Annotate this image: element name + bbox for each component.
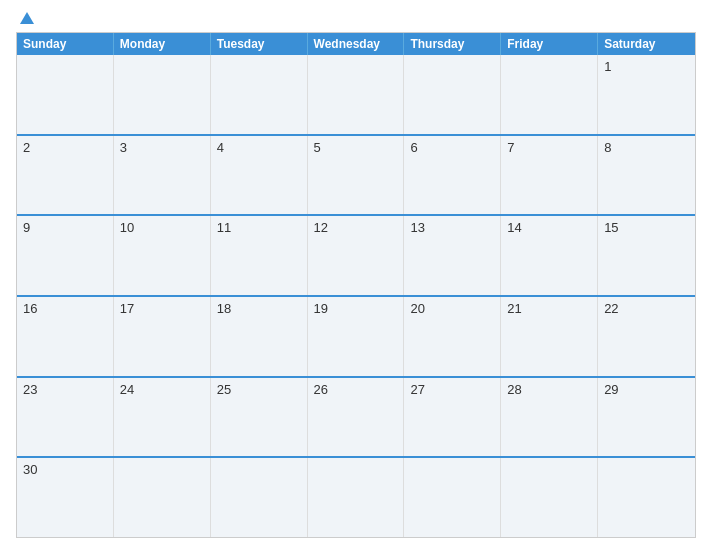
day-number: 13: [410, 220, 424, 235]
day-number: 17: [120, 301, 134, 316]
calendar-cell: 21: [501, 297, 598, 376]
day-number: 29: [604, 382, 618, 397]
header-day-sunday: Sunday: [17, 33, 114, 55]
day-number: 14: [507, 220, 521, 235]
day-number: 27: [410, 382, 424, 397]
calendar-cell: 3: [114, 136, 211, 215]
calendar-cell: [211, 458, 308, 537]
calendar-week-3: 9101112131415: [17, 214, 695, 295]
calendar-cell: 26: [308, 378, 405, 457]
day-number: 12: [314, 220, 328, 235]
day-number: 24: [120, 382, 134, 397]
calendar-cell: 2: [17, 136, 114, 215]
day-number: 20: [410, 301, 424, 316]
calendar-cell: 28: [501, 378, 598, 457]
calendar-cell: 5: [308, 136, 405, 215]
calendar-cell: [308, 55, 405, 134]
calendar-cell: [501, 55, 598, 134]
header-day-monday: Monday: [114, 33, 211, 55]
day-number: 9: [23, 220, 30, 235]
day-number: 23: [23, 382, 37, 397]
day-number: 2: [23, 140, 30, 155]
calendar-cell: 22: [598, 297, 695, 376]
day-number: 11: [217, 220, 231, 235]
calendar-cell: 15: [598, 216, 695, 295]
calendar-cell: 11: [211, 216, 308, 295]
day-number: 6: [410, 140, 417, 155]
calendar-cell: 14: [501, 216, 598, 295]
header-day-wednesday: Wednesday: [308, 33, 405, 55]
header-day-saturday: Saturday: [598, 33, 695, 55]
calendar-body: 1234567891011121314151617181920212223242…: [17, 55, 695, 537]
calendar-cell: 29: [598, 378, 695, 457]
logo: [16, 12, 34, 24]
day-number: 3: [120, 140, 127, 155]
calendar-cell: [114, 458, 211, 537]
day-number: 1: [604, 59, 611, 74]
calendar-cell: 13: [404, 216, 501, 295]
calendar-cell: 27: [404, 378, 501, 457]
calendar-cell: [114, 55, 211, 134]
calendar-week-4: 16171819202122: [17, 295, 695, 376]
day-number: 26: [314, 382, 328, 397]
calendar-cell: [598, 458, 695, 537]
day-number: 25: [217, 382, 231, 397]
calendar-cell: 8: [598, 136, 695, 215]
calendar-cell: 6: [404, 136, 501, 215]
logo-blue-text: [16, 12, 34, 24]
day-number: 22: [604, 301, 618, 316]
calendar-week-5: 23242526272829: [17, 376, 695, 457]
day-number: 21: [507, 301, 521, 316]
logo-triangle-icon: [20, 12, 34, 24]
calendar-cell: 7: [501, 136, 598, 215]
day-number: 5: [314, 140, 321, 155]
calendar-cell: 9: [17, 216, 114, 295]
calendar-cell: [17, 55, 114, 134]
page-header: [16, 12, 696, 24]
day-number: 15: [604, 220, 618, 235]
day-number: 8: [604, 140, 611, 155]
calendar-cell: 4: [211, 136, 308, 215]
calendar-cell: 19: [308, 297, 405, 376]
calendar-cell: 23: [17, 378, 114, 457]
day-number: 10: [120, 220, 134, 235]
calendar-page: SundayMondayTuesdayWednesdayThursdayFrid…: [0, 0, 712, 550]
day-number: 19: [314, 301, 328, 316]
header-day-thursday: Thursday: [404, 33, 501, 55]
day-number: 16: [23, 301, 37, 316]
calendar-week-6: 30: [17, 456, 695, 537]
day-number: 18: [217, 301, 231, 316]
header-day-tuesday: Tuesday: [211, 33, 308, 55]
day-number: 28: [507, 382, 521, 397]
calendar-cell: 1: [598, 55, 695, 134]
calendar-cell: 10: [114, 216, 211, 295]
calendar-cell: [501, 458, 598, 537]
day-number: 30: [23, 462, 37, 477]
calendar-cell: 12: [308, 216, 405, 295]
calendar-cell: 24: [114, 378, 211, 457]
calendar-cell: [404, 55, 501, 134]
calendar-header: SundayMondayTuesdayWednesdayThursdayFrid…: [17, 33, 695, 55]
calendar-cell: [211, 55, 308, 134]
calendar-cell: 30: [17, 458, 114, 537]
calendar-cell: [404, 458, 501, 537]
day-number: 7: [507, 140, 514, 155]
calendar-cell: 18: [211, 297, 308, 376]
calendar-cell: 20: [404, 297, 501, 376]
calendar-cell: 17: [114, 297, 211, 376]
calendar-week-2: 2345678: [17, 134, 695, 215]
calendar-cell: 16: [17, 297, 114, 376]
header-day-friday: Friday: [501, 33, 598, 55]
calendar-week-1: 1: [17, 55, 695, 134]
calendar-cell: [308, 458, 405, 537]
calendar-cell: 25: [211, 378, 308, 457]
calendar-grid: SundayMondayTuesdayWednesdayThursdayFrid…: [16, 32, 696, 538]
day-number: 4: [217, 140, 224, 155]
